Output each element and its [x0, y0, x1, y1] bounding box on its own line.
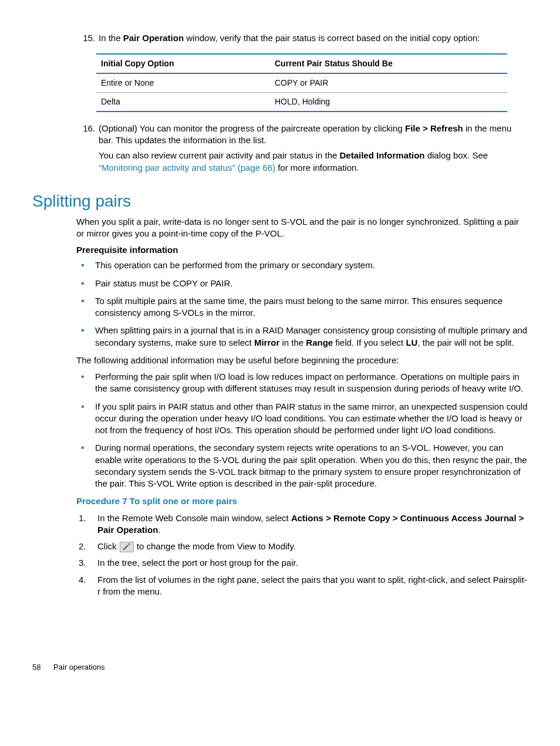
section-heading: Splitting pairs	[32, 190, 528, 212]
list-item: When splitting pairs in a journal that i…	[76, 325, 528, 349]
text: to change the mode from View to Modify.	[134, 541, 296, 551]
text: in the	[279, 337, 306, 347]
page-number: 58	[32, 662, 41, 673]
top-steps: 15. In the Pair Operation window, verify…	[76, 32, 528, 48]
step-number: 3.	[76, 557, 97, 569]
procedure-step: 4. From the list of volumes in the right…	[76, 574, 528, 598]
step-15: 15. In the Pair Operation window, verify…	[76, 32, 528, 48]
copy-option-table: Initial Copy Option Current Pair Status …	[96, 53, 507, 112]
bold-text: LU	[406, 337, 417, 347]
paragraph: When you split a pair, write-data is no …	[76, 216, 528, 240]
procedure-list: 1. In the Remote Web Console main window…	[76, 512, 528, 598]
table-cell: Entire or None	[96, 73, 270, 92]
text: In the Remote Web Console main window, s…	[97, 513, 291, 523]
modify-mode-icon	[120, 542, 134, 552]
table-row: Entire or None COPY or PAIR	[96, 73, 507, 92]
bold-text: File > Refresh	[405, 123, 463, 133]
step-number: 15.	[76, 32, 99, 48]
text: for more information.	[275, 163, 359, 173]
procedure-step: 2. Click to change the mode from View to…	[76, 541, 528, 552]
table-header: Current Pair Status Should Be	[270, 54, 507, 73]
step-16: 16. (Optional) You can monitor the progr…	[76, 123, 528, 177]
step-body: In the Pair Operation window, verify tha…	[99, 32, 528, 48]
step-number: 4.	[76, 574, 97, 598]
procedure-heading: Procedure 7 To split one or more pairs	[76, 495, 528, 507]
list-item: If you split pairs in PAIR status and ot…	[76, 401, 528, 437]
table-row: Delta HOLD, Holding	[96, 93, 507, 112]
step-number: 1.	[76, 512, 97, 536]
text: , the pair will not be split.	[417, 337, 514, 347]
procedure-step: 3. In the tree, select the port or host …	[76, 557, 528, 569]
list-item: To split multiple pairs at the same time…	[76, 295, 528, 319]
text: You can also review current pair activit…	[99, 150, 340, 160]
text: window, verify that the pair status is c…	[184, 33, 480, 43]
text: Click	[97, 541, 119, 551]
step-body: (Optional) You can monitor the progress …	[99, 123, 528, 177]
table-header: Initial Copy Option	[96, 54, 270, 73]
footer-section: Pair operations	[53, 663, 104, 671]
step-body: In the Remote Web Console main window, s…	[97, 512, 528, 536]
cross-ref-link[interactable]: “Monitoring pair activity and status” (p…	[99, 163, 275, 173]
paragraph: The following additional information may…	[76, 355, 528, 366]
bold-text: Pair Operation	[123, 33, 184, 43]
step-number: 16.	[76, 123, 99, 177]
step-body: In the tree, select the port or host gro…	[97, 557, 528, 569]
table-cell: HOLD, Holding	[270, 93, 507, 112]
text: dialog box. See	[425, 150, 488, 160]
table-cell: Delta	[96, 93, 270, 112]
text: In the	[99, 33, 123, 43]
prereq-list: This operation can be performed from the…	[76, 259, 528, 349]
subheading: Prerequisite information	[76, 244, 528, 256]
list-item: This operation can be performed from the…	[76, 259, 528, 271]
list-item: During normal operations, the secondary …	[76, 442, 528, 490]
bold-text: Range	[306, 337, 333, 347]
section-body: When you split a pair, write-data is no …	[76, 216, 528, 598]
bold-text: Mirror	[254, 337, 279, 347]
step-number: 2.	[76, 541, 97, 552]
text: (Optional) You can monitor the progress …	[99, 123, 405, 133]
list-item: Pair status must be COPY or PAIR.	[76, 278, 528, 289]
top-steps-cont: 16. (Optional) You can monitor the progr…	[76, 123, 528, 177]
additional-list: Performing the pair split when I/O load …	[76, 371, 528, 490]
list-item: Performing the pair split when I/O load …	[76, 371, 528, 395]
procedure-step: 1. In the Remote Web Console main window…	[76, 512, 528, 536]
text: field. If you select	[333, 337, 406, 347]
text: .	[158, 525, 160, 535]
step-body: From the list of volumes in the right pa…	[97, 574, 528, 598]
bold-text: Detailed Information	[340, 150, 425, 160]
page-footer: 58 Pair operations	[32, 662, 528, 673]
table-cell: COPY or PAIR	[270, 73, 507, 92]
step-body: Click to change the mode from View to Mo…	[97, 541, 528, 552]
